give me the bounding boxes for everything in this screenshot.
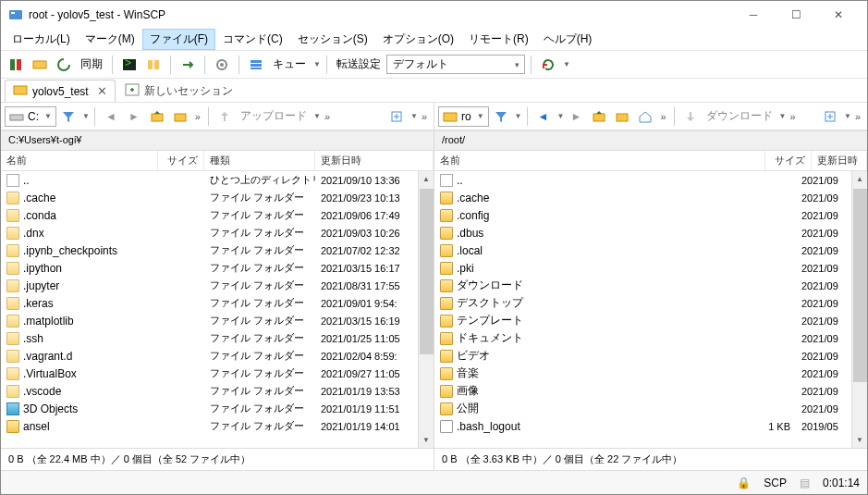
protocol-label[interactable]: SCP bbox=[764, 476, 787, 489]
new-icon[interactable] bbox=[385, 105, 408, 128]
list-item[interactable]: .cacheファイル フォルダー2021/09/23 10:13 bbox=[1, 189, 418, 206]
root-folder-icon[interactable] bbox=[611, 105, 633, 128]
log-icon[interactable]: ▤ bbox=[800, 476, 810, 489]
menu-item[interactable]: リモート(R) bbox=[461, 29, 536, 50]
menu-item[interactable]: ローカル(L) bbox=[5, 29, 78, 50]
lock-icon[interactable]: 🔒 bbox=[737, 476, 751, 489]
sync-browse-icon[interactable] bbox=[142, 54, 165, 76]
list-item[interactable]: .jupyterファイル フォルダー2021/08/31 17:55 bbox=[1, 277, 418, 294]
maximize-button[interactable]: ☐ bbox=[775, 1, 817, 29]
list-item[interactable]: ビデオ2021/09 bbox=[434, 347, 851, 365]
tab-session[interactable]: yolov5_test ✕ bbox=[5, 80, 116, 102]
overflow-icon[interactable]: » bbox=[657, 111, 668, 122]
list-item[interactable]: .condaファイル フォルダー2021/09/06 17:49 bbox=[1, 206, 418, 224]
list-item[interactable]: .cache2021/09 bbox=[434, 189, 851, 206]
list-item[interactable]: 音楽2021/09 bbox=[434, 365, 851, 382]
back-icon[interactable]: ◄ bbox=[100, 105, 122, 128]
list-item[interactable]: ..2021/09 bbox=[434, 171, 851, 189]
download-label[interactable]: ダウンロード bbox=[703, 108, 776, 124]
queue-icon[interactable] bbox=[245, 54, 267, 76]
tab-new-session[interactable]: 新しいセッション bbox=[117, 80, 240, 102]
list-item[interactable]: ..ひとつ上のディレクトリ2021/09/10 13:36 bbox=[1, 171, 418, 189]
close-button[interactable]: ✕ bbox=[817, 1, 860, 29]
home-icon[interactable] bbox=[634, 105, 656, 128]
refresh-icon[interactable] bbox=[537, 54, 559, 76]
menu-item[interactable]: コマンド(C) bbox=[215, 29, 290, 50]
local-path[interactable]: C:¥Users¥t-ogi¥ bbox=[1, 130, 434, 151]
overflow-icon[interactable]: » bbox=[322, 111, 333, 122]
close-icon[interactable]: ✕ bbox=[97, 84, 107, 98]
compare-icon[interactable] bbox=[29, 54, 51, 76]
overflow-icon[interactable]: » bbox=[787, 111, 798, 122]
scrollbar[interactable]: ▲ ▼ bbox=[851, 171, 867, 448]
folder-icon bbox=[6, 209, 19, 222]
forward-icon[interactable]: ► bbox=[565, 105, 587, 128]
list-item[interactable]: .config2021/09 bbox=[434, 206, 851, 224]
list-item[interactable]: .ipythonファイル フォルダー2021/03/15 16:17 bbox=[1, 259, 418, 277]
list-item[interactable]: ドキュメント2021/09 bbox=[434, 329, 851, 347]
remote-status: 0 B （全 3.63 KB 中）／ 0 個目（全 22 ファイル中） bbox=[434, 448, 867, 470]
forward-icon[interactable]: ► bbox=[123, 105, 145, 128]
list-item[interactable]: .local2021/09 bbox=[434, 241, 851, 259]
list-item[interactable]: .kerasファイル フォルダー2021/09/01 9:54: bbox=[1, 294, 418, 312]
remote-column-header[interactable]: 名前 サイズ 更新日時 bbox=[434, 151, 867, 171]
list-item[interactable]: .dnxファイル フォルダー2021/09/03 10:26 bbox=[1, 224, 418, 241]
list-item[interactable]: 3D Objectsファイル フォルダー2021/01/19 11:51 bbox=[1, 400, 418, 417]
up-folder-icon[interactable] bbox=[146, 105, 168, 128]
menu-item[interactable]: マーク(M) bbox=[78, 29, 142, 50]
terminal-icon[interactable]: > bbox=[118, 54, 141, 76]
local-file-list[interactable]: ..ひとつ上のディレクトリ2021/09/10 13:36.cacheファイル … bbox=[1, 171, 418, 448]
list-item[interactable]: ダウンロード2021/09 bbox=[434, 277, 851, 294]
list-item[interactable]: テンプレート2021/09 bbox=[434, 312, 851, 329]
list-item[interactable]: .sshファイル フォルダー2021/01/25 11:05 bbox=[1, 329, 418, 347]
remote-file-list[interactable]: ..2021/09.cache2021/09.config2021/09.dbu… bbox=[434, 171, 851, 448]
list-item[interactable]: .vscodeファイル フォルダー2021/01/19 13:53 bbox=[1, 382, 418, 400]
list-item[interactable]: .dbus2021/09 bbox=[434, 224, 851, 241]
overflow-icon[interactable]: » bbox=[852, 111, 863, 122]
remote-drive-combo[interactable]: ro▼ bbox=[438, 106, 489, 127]
overflow-icon[interactable]: » bbox=[192, 111, 203, 122]
list-item[interactable]: .matplotlibファイル フォルダー2021/03/15 16:19 bbox=[1, 312, 418, 329]
list-item[interactable]: .pki2021/09 bbox=[434, 259, 851, 277]
list-item[interactable]: .vagrant.dファイル フォルダー2021/02/04 8:59: bbox=[1, 347, 418, 365]
list-item[interactable]: .VirtualBoxファイル フォルダー2021/09/27 11:05 bbox=[1, 365, 418, 382]
list-item[interactable]: デスクトップ2021/09 bbox=[434, 294, 851, 312]
scrollbar[interactable]: ▲ ▼ bbox=[418, 171, 434, 448]
upload-label[interactable]: アップロード bbox=[237, 108, 311, 124]
new-icon[interactable] bbox=[819, 105, 841, 128]
remote-path[interactable]: /root/ bbox=[434, 130, 867, 151]
local-column-header[interactable]: 名前 サイズ 種類 更新日時 bbox=[1, 151, 434, 171]
folder-icon bbox=[6, 420, 19, 433]
svg-rect-8 bbox=[154, 60, 159, 69]
list-item[interactable]: .ipynb_checkpointsファイル フォルダー2021/07/02 1… bbox=[1, 241, 418, 259]
sync-left-icon[interactable] bbox=[5, 54, 27, 76]
overflow-icon[interactable]: » bbox=[419, 111, 430, 122]
filter-icon[interactable] bbox=[57, 105, 79, 128]
root-folder-icon[interactable] bbox=[169, 105, 191, 128]
minimize-button[interactable]: ─ bbox=[732, 1, 775, 29]
back-icon[interactable]: ◄ bbox=[532, 105, 555, 128]
transfer-preset-combo[interactable]: デフォルト bbox=[386, 55, 525, 74]
queue-label[interactable]: キュー bbox=[269, 56, 310, 72]
list-item[interactable]: 画像2021/09 bbox=[434, 382, 851, 400]
transfer-icon[interactable] bbox=[177, 54, 199, 76]
list-item[interactable]: anselファイル フォルダー2021/01/19 14:01 bbox=[1, 417, 418, 435]
filter-icon[interactable] bbox=[490, 105, 512, 128]
list-item[interactable]: 公開2021/09 bbox=[434, 400, 851, 417]
gear-icon[interactable] bbox=[211, 54, 233, 76]
chevron-down-icon[interactable]: ▼ bbox=[563, 60, 570, 68]
chevron-down-icon[interactable]: ▼ bbox=[313, 60, 321, 68]
menu-item[interactable]: ヘルプ(H) bbox=[536, 29, 600, 50]
menubar: ローカル(L)マーク(M)ファイル(F)コマンド(C)セッション(S)オプション… bbox=[1, 29, 867, 51]
menu-item[interactable]: セッション(S) bbox=[290, 29, 375, 50]
sync-label[interactable]: 同期 bbox=[77, 56, 106, 72]
local-drive-combo[interactable]: C:▼ bbox=[5, 106, 56, 127]
up-folder-icon[interactable] bbox=[588, 105, 610, 128]
menu-item[interactable]: オプション(O) bbox=[375, 29, 461, 50]
sync-icon[interactable] bbox=[53, 54, 75, 76]
list-item[interactable]: .bash_logout1 KB2019/05 bbox=[434, 417, 851, 435]
menu-item[interactable]: ファイル(F) bbox=[142, 29, 215, 50]
folder-icon bbox=[440, 227, 453, 240]
download-icon[interactable] bbox=[679, 105, 702, 128]
upload-icon[interactable] bbox=[214, 105, 236, 128]
